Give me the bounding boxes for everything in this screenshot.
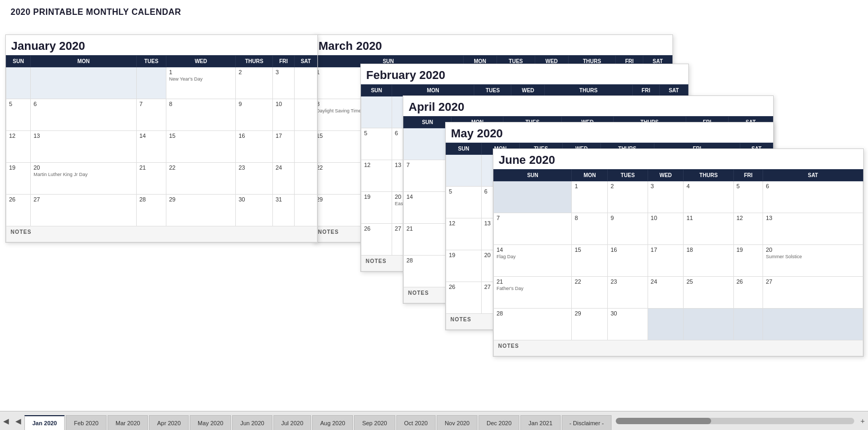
- table-row: 12: [446, 218, 482, 250]
- table-row: 22: [572, 277, 608, 309]
- table-row: 5: [361, 128, 392, 160]
- table-row: [31, 67, 137, 99]
- tab-item-9[interactable]: Oct 2020: [396, 415, 436, 430]
- tab-item-0[interactable]: Jan 2020: [24, 415, 65, 430]
- feb-wed: WED: [511, 85, 545, 96]
- table-row: 9: [608, 213, 648, 245]
- table-row: [295, 99, 317, 131]
- tab-item-8[interactable]: Sep 2020: [354, 415, 395, 430]
- table-row: [404, 128, 451, 160]
- tab-item-12[interactable]: Jan 2021: [520, 415, 560, 430]
- tabs-container: Jan 2020Feb 2020Mar 2020Apr 2020May 2020…: [24, 411, 613, 430]
- table-row: [494, 181, 572, 213]
- table-row: 4: [684, 181, 733, 213]
- april-title: April 2020: [403, 96, 773, 116]
- notes-cell: NOTES: [494, 340, 863, 356]
- table-row: 29: [166, 195, 235, 226]
- june-calendar: June 2020 SUN MON TUES WED THURS FRI SAT: [493, 148, 864, 357]
- tab-item-3[interactable]: Apr 2020: [149, 415, 189, 430]
- table-row: 24: [648, 277, 684, 309]
- table-row: [684, 309, 733, 340]
- table-row: 21Father's Day: [494, 277, 572, 309]
- jun-tues: TUES: [608, 170, 648, 181]
- table-row: 20Summer Solstice: [763, 245, 863, 277]
- tab-item-7[interactable]: Aug 2020: [312, 415, 353, 430]
- table-row: 13: [763, 213, 863, 245]
- tab-add-button[interactable]: +: [857, 411, 868, 430]
- table-row: 17: [648, 245, 684, 277]
- feb-mon: MON: [392, 85, 474, 96]
- tab-item-1[interactable]: Feb 2020: [66, 415, 106, 430]
- jan-tues: TUES: [136, 56, 166, 67]
- table-row: 8: [166, 99, 235, 131]
- table-row: [6, 67, 31, 99]
- jun-thurs: THURS: [684, 170, 733, 181]
- march-title: March 2020: [313, 35, 672, 55]
- table-row: 29: [572, 309, 608, 340]
- table-row: 28: [404, 256, 451, 287]
- tab-item-6[interactable]: Jul 2020: [273, 415, 312, 430]
- tab-item-4[interactable]: May 2020: [190, 415, 231, 430]
- tab-item-11[interactable]: Dec 2020: [479, 415, 519, 430]
- feb-sun: SUN: [361, 85, 392, 96]
- table-row: 25: [684, 277, 733, 309]
- table-row: 23: [608, 277, 648, 309]
- table-row: [361, 96, 392, 128]
- table-row: 5: [6, 99, 31, 131]
- tab-prev2-button[interactable]: ◀: [12, 411, 24, 430]
- jan-thurs: THURS: [236, 56, 273, 67]
- table-row: 16: [608, 245, 648, 277]
- table-row: 9: [236, 99, 273, 131]
- table-row: [295, 67, 317, 99]
- tab-item-13[interactable]: - Disclaimer -: [562, 415, 612, 430]
- tab-item-2[interactable]: Mar 2020: [108, 415, 148, 430]
- table-row: 12: [733, 213, 763, 245]
- table-row: 10: [272, 99, 294, 131]
- feb-sat: SAT: [660, 85, 688, 96]
- table-row: 20Martin Luther King Jr Day: [31, 163, 137, 195]
- tab-item-10[interactable]: Nov 2020: [437, 415, 477, 430]
- table-row: 6: [31, 99, 137, 131]
- table-row: 21: [136, 163, 166, 195]
- feb-tues: TUES: [474, 85, 511, 96]
- table-row: 26: [446, 282, 482, 314]
- jan-sun: SUN: [6, 56, 31, 67]
- table-row: 7: [404, 160, 451, 192]
- table-row: 15: [572, 245, 608, 277]
- scrollbar-track[interactable]: [616, 418, 854, 424]
- jan-fri: FRI: [272, 56, 294, 67]
- table-row: 8: [572, 213, 608, 245]
- calendar-stack: March 2020 SUN MON TUES WED THURS FRI SA…: [0, 16, 868, 411]
- table-row: [295, 195, 317, 226]
- table-row: 2: [608, 181, 648, 213]
- scrollbar-thumb: [616, 418, 711, 424]
- jun-sun: SUN: [494, 170, 572, 181]
- may-sun: SUN: [446, 143, 482, 155]
- tabs-bar: ◀ ◀ Jan 2020Feb 2020Mar 2020Apr 2020May …: [0, 411, 868, 430]
- table-row: 6: [763, 181, 863, 213]
- table-row: 27: [31, 195, 137, 226]
- tab-item-5[interactable]: Jun 2020: [232, 415, 272, 430]
- main-content: 2020 PRINTABLE MONTHLY CALENDAR March 20…: [0, 0, 868, 411]
- table-row: 10: [648, 213, 684, 245]
- jun-mon: MON: [572, 170, 608, 181]
- table-row: 11: [684, 213, 733, 245]
- table-row: [295, 163, 317, 195]
- table-row: 22: [166, 163, 235, 195]
- table-row: 14: [404, 192, 451, 224]
- table-row: 27: [763, 277, 863, 309]
- tab-prev-button[interactable]: ◀: [0, 411, 12, 430]
- table-row: 26: [361, 224, 392, 256]
- jun-wed: WED: [648, 170, 684, 181]
- table-row: [295, 131, 317, 163]
- jan-mon: MON: [31, 56, 137, 67]
- jan-wed: WED: [166, 56, 235, 67]
- table-row: 28: [136, 195, 166, 226]
- table-row: 3: [272, 67, 294, 99]
- notes-cell: NOTES: [6, 226, 317, 242]
- table-row: 7: [494, 213, 572, 245]
- table-row: 7: [136, 99, 166, 131]
- table-row: 16: [236, 131, 273, 163]
- table-row: 5: [733, 181, 763, 213]
- table-row: 18: [684, 245, 733, 277]
